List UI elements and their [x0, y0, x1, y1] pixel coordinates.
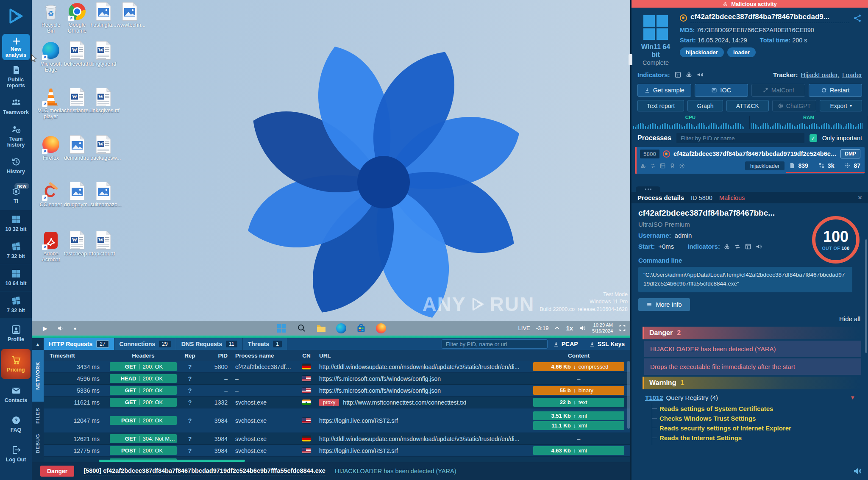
- sidebar-item-history[interactable]: History: [0, 151, 32, 180]
- dmp-button[interactable]: DMP: [840, 149, 860, 158]
- side-tab-network[interactable]: NETWORK: [32, 350, 44, 402]
- danger-signature[interactable]: Drops the executable file immediately af…: [644, 358, 861, 375]
- reputation-icon[interactable]: ?: [179, 387, 200, 394]
- ioc-button[interactable]: IOC: [695, 84, 748, 97]
- warning-signature[interactable]: Reads security settings of Internet Expl…: [652, 423, 861, 433]
- sidebar-item-10-64-bit[interactable]: 10 64 bit: [0, 264, 32, 291]
- att-ck-button[interactable]: ATT&CK: [726, 100, 769, 111]
- desktop-icon-linksgives-rtf[interactable]: Wlinksgives.rtf: [90, 87, 117, 120]
- biohazard-indicator-icon[interactable]: [723, 243, 730, 250]
- warning-signature[interactable]: Checks Windows Trust Settings: [652, 413, 861, 423]
- sidebar-item-pricing[interactable]: Pricing: [1, 349, 31, 379]
- content-pill[interactable]: 3.51 Kb↑xml: [533, 411, 624, 420]
- sidebar-item-profile[interactable]: Profile: [0, 319, 32, 348]
- ssl-keys-download-button[interactable]: SSL Keys: [584, 338, 630, 350]
- desktop-icon-google-chrome[interactable]: Google Chrome: [64, 2, 90, 34]
- http-request-row[interactable]: 12047 msPOST200: OK?3984svchost.exehttps…: [44, 408, 630, 433]
- http-request-row[interactable]: 3434 msGET200: OK?5800cf42af2bdcec387df8…: [44, 361, 630, 373]
- desktop-icon-believefath[interactable]: Wbelievefath...: [64, 41, 90, 73]
- graph-button[interactable]: Graph: [687, 100, 723, 111]
- suspicious-indicator-icon[interactable]: [696, 71, 704, 78]
- reputation-icon[interactable]: ?: [179, 417, 200, 424]
- content-pill[interactable]: 22 b↓text: [533, 398, 624, 407]
- more-info-button[interactable]: More Info: [638, 298, 690, 311]
- fullscreen-icon[interactable]: [619, 325, 626, 332]
- sidebar-item-faq[interactable]: ?FAQ: [0, 409, 32, 439]
- sidebar-item-log-out[interactable]: Log Out: [0, 439, 32, 469]
- reputation-icon[interactable]: ?: [179, 436, 200, 442]
- content-pill[interactable]: 11.1 Kb↓xml: [533, 421, 624, 430]
- malconf-button[interactable]: MalConf: [751, 84, 805, 97]
- collapse-panel-button[interactable]: ▲: [32, 338, 44, 350]
- notifications-sound-icon[interactable]: [852, 466, 862, 476]
- desktop-icon-ccleaner[interactable]: CCCleaner: [38, 181, 64, 208]
- text-report-button[interactable]: Text report: [637, 100, 684, 111]
- tab-http-requests[interactable]: HTTP Requests27: [44, 338, 114, 350]
- firefox-taskbar-icon[interactable]: [376, 323, 386, 333]
- anyrun-logo-icon[interactable]: [0, 0, 32, 32]
- only-important-checkbox[interactable]: ✓: [810, 134, 817, 142]
- status-process-link[interactable]: [5800] cf42af2bdcec387df84ba7f8467bbcdad…: [83, 467, 326, 475]
- reputation-icon[interactable]: ?: [179, 447, 200, 454]
- danger-signature[interactable]: HIJACKLOADER has been detected (YARA): [644, 341, 861, 357]
- desktop-icon-fastcheap-rtf[interactable]: Wfastcheap.rtf: [64, 230, 90, 263]
- announce-indicator-icon[interactable]: [755, 243, 762, 250]
- process-row-5800[interactable]: 5800 cf42af2bdcec387df84ba7f8467bbcdad97…: [635, 147, 865, 174]
- sidebar-item-10-32-bit[interactable]: 10 32 bit: [0, 210, 32, 237]
- sidebar-item-teamwork[interactable]: Teamwork: [0, 92, 32, 121]
- reputation-icon[interactable]: ?: [179, 375, 200, 382]
- sound-icon[interactable]: [579, 325, 586, 332]
- command-line-value[interactable]: "C:\Users\admin\AppData\Local\Temp\cf42a…: [638, 267, 852, 292]
- content-pill[interactable]: 4.66 Kb↓compressed: [533, 362, 624, 371]
- tag-loader[interactable]: loader: [727, 47, 756, 57]
- close-icon[interactable]: ×: [858, 194, 862, 202]
- play-button[interactable]: ▶: [43, 325, 47, 332]
- sidebar-item-new-analysis[interactable]: New analysis: [0, 32, 32, 62]
- process-filter-input[interactable]: [676, 133, 804, 143]
- tab-connections[interactable]: Connections29: [114, 338, 176, 350]
- sample-hash[interactable]: cf42af2bdcec387df84ba7f8467bbcdad9...: [690, 13, 849, 23]
- search-icon[interactable]: [296, 323, 306, 333]
- sidebar-item-7-32-bit[interactable]: 7 32 bit: [0, 291, 32, 319]
- danger-badge[interactable]: Danger: [40, 466, 74, 477]
- side-tab-debug[interactable]: DEBUG: [32, 430, 44, 458]
- registry-indicator-icon[interactable]: [745, 243, 751, 250]
- details-drag-handle[interactable]: [636, 186, 660, 192]
- restart-button[interactable]: Restart: [809, 84, 862, 97]
- t1012-link[interactable]: T1012: [645, 394, 663, 401]
- desktop-icon-drugpaym[interactable]: drugpaym...: [64, 181, 90, 208]
- hide-all-link[interactable]: Hide all: [638, 311, 861, 325]
- sidebar-item-7-32-bit[interactable]: 7 32 bit: [0, 237, 32, 264]
- vm-screen[interactable]: ♻Recycle BinGoogle Chromehostingfa...www…: [32, 0, 630, 321]
- binary-indicator-icon[interactable]: [674, 71, 682, 78]
- tab-dns-requests[interactable]: DNS Requests11: [176, 338, 243, 350]
- desktop-icon-vlc-media-player[interactable]: VLC media player: [38, 87, 64, 120]
- desktop-icon-recycle-bin[interactable]: ♻Recycle Bin: [38, 2, 64, 34]
- content-pill[interactable]: 55 b↓binary: [533, 386, 624, 395]
- sidebar-item-public-reports[interactable]: Public reports: [0, 62, 32, 92]
- desktop-icon-wwwtechn[interactable]: wwwtechn...: [117, 2, 143, 34]
- desktop-icon-demandtru[interactable]: demandtru...: [64, 135, 90, 161]
- http-request-row[interactable]: 12775 msPOST200: OK?3984svchost.exehttps…: [44, 445, 630, 457]
- http-request-row[interactable]: 5336 msGET200: OK?––https://fs.microsoft…: [44, 385, 630, 397]
- desktop-icon-adobe-acrobat[interactable]: Adobe Acrobat: [38, 230, 64, 263]
- tag-hijackloader[interactable]: hijackloader: [680, 47, 724, 57]
- http-request-row[interactable]: 12621 msGET304: Not Modifi...?3984svchos…: [44, 433, 630, 445]
- side-tab-files[interactable]: FILES: [32, 402, 44, 430]
- reputation-icon[interactable]: ?: [179, 363, 200, 370]
- desktop-icon-suiteamazo[interactable]: suiteamazo...: [90, 181, 117, 208]
- sidebar-item-contacts[interactable]: Contacts: [0, 380, 32, 409]
- desktop-icon-kingtype-rtf[interactable]: Wkingtype.rtf: [90, 41, 117, 73]
- content-pill[interactable]: 4.63 Kb↑xml: [533, 446, 624, 455]
- start-button-icon[interactable]: [276, 323, 287, 333]
- tab-threats[interactable]: Threats1: [243, 338, 287, 350]
- export-button[interactable]: Export▾: [820, 100, 862, 111]
- chatgpt-button[interactable]: ChatGPT: [772, 100, 817, 111]
- network-indicator-icon[interactable]: [734, 243, 741, 250]
- desktop-icon-topicfor-rtf[interactable]: Wtopicfor.rtf: [90, 230, 117, 263]
- pcap-download-button[interactable]: PCAP: [548, 338, 584, 350]
- panel-scrollbar[interactable]: [865, 239, 867, 353]
- chevron-up-icon[interactable]: [554, 325, 560, 331]
- http-request-row[interactable]: 11621 msGET200: OK?1332svchost.exeproxyh…: [44, 397, 630, 408]
- desktop-icon-hostingfa[interactable]: hostingfa...: [90, 2, 117, 34]
